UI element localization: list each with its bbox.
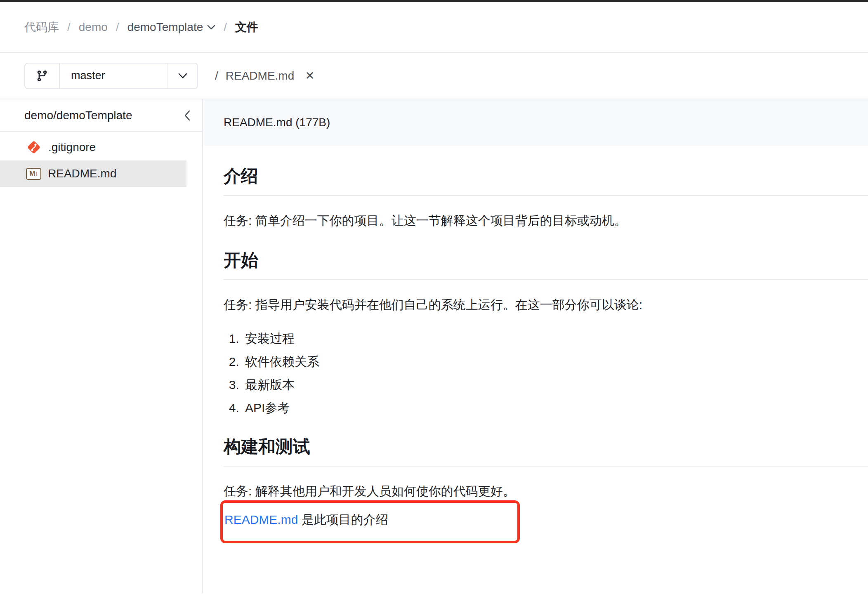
red-annotation-box: README.md 是此项目的介绍	[220, 500, 520, 543]
open-file-tab: / README.md ✕	[215, 69, 315, 82]
breadcrumb: 代码库 / demo / demoTemplate / 文件	[0, 2, 868, 53]
breadcrumb-item-repos[interactable]: 代码库	[24, 19, 59, 35]
branch-selector[interactable]: master	[24, 63, 198, 89]
highlight-suffix-text: 是此项目的介绍	[298, 513, 388, 526]
file-list: .gitignore M↓ README.md	[0, 132, 202, 187]
ordered-list: 安装过程 软件依赖关系 最新版本 API参考	[224, 330, 868, 416]
breadcrumb-item-demo-template[interactable]: demoTemplate	[127, 21, 216, 34]
file-toolbar: master / README.md ✕	[0, 53, 868, 99]
breadcrumb-separator: /	[67, 21, 71, 34]
content-area: demo/demoTemplate .gitignore M↓	[0, 99, 868, 593]
file-viewer: README.md (177B) 介绍 任务: 简单介绍一下你的项目。让这一节解…	[203, 99, 868, 593]
chevron-down-icon	[178, 73, 188, 79]
file-row-readme-selected[interactable]: M↓ README.md	[0, 160, 186, 187]
file-row-gitignore[interactable]: .gitignore	[0, 134, 202, 160]
breadcrumb-item-files: 文件	[235, 19, 258, 35]
file-name: README.md	[48, 167, 116, 180]
git-file-icon	[26, 139, 42, 155]
breadcrumb-item-label: demoTemplate	[127, 21, 203, 34]
open-file-name: README.md	[226, 69, 294, 82]
list-item: 最新版本	[243, 377, 868, 393]
breadcrumb-separator: /	[116, 21, 119, 34]
section-heading-start: 开始	[224, 250, 868, 280]
close-file-icon[interactable]: ✕	[305, 69, 314, 82]
chevron-left-icon	[184, 110, 191, 121]
sidebar-header: demo/demoTemplate	[0, 99, 202, 132]
paragraph-intro: 任务: 简单介绍一下你的项目。让这一节解释这个项目背后的目标或动机。	[224, 212, 868, 230]
readme-rendered-content: 介绍 任务: 简单介绍一下你的项目。让这一节解释这个项目背后的目标或动机。 开始…	[203, 166, 868, 543]
breadcrumb-separator: /	[224, 21, 227, 34]
readme-link[interactable]: README.md	[224, 513, 298, 526]
repo-title: demo/demoTemplate	[24, 109, 132, 122]
file-header-label: README.md (177B)	[224, 116, 330, 129]
file-name: .gitignore	[48, 141, 96, 154]
list-item: 软件依赖关系	[243, 354, 868, 370]
paragraph-build: 任务: 解释其他用户和开发人员如何使你的代码更好。	[224, 482, 868, 500]
markdown-file-icon: M↓	[26, 168, 41, 180]
file-size-header: README.md (177B)	[203, 99, 868, 146]
section-heading-intro: 介绍	[224, 166, 868, 196]
list-item: API参考	[243, 400, 868, 416]
branch-name: master	[60, 64, 167, 88]
file-tree-sidebar: demo/demoTemplate .gitignore M↓	[0, 99, 203, 593]
collapse-sidebar-button[interactable]	[184, 110, 191, 121]
path-separator: /	[215, 69, 218, 82]
chevron-down-icon	[207, 25, 215, 30]
git-branch-icon	[36, 70, 48, 82]
paragraph-start: 任务: 指导用户安装代码并在他们自己的系统上运行。在这一部分你可以谈论:	[224, 296, 868, 314]
breadcrumb-item-demo[interactable]: demo	[79, 21, 108, 34]
section-heading-build: 构建和测试	[224, 437, 868, 467]
list-item: 安装过程	[243, 330, 868, 347]
